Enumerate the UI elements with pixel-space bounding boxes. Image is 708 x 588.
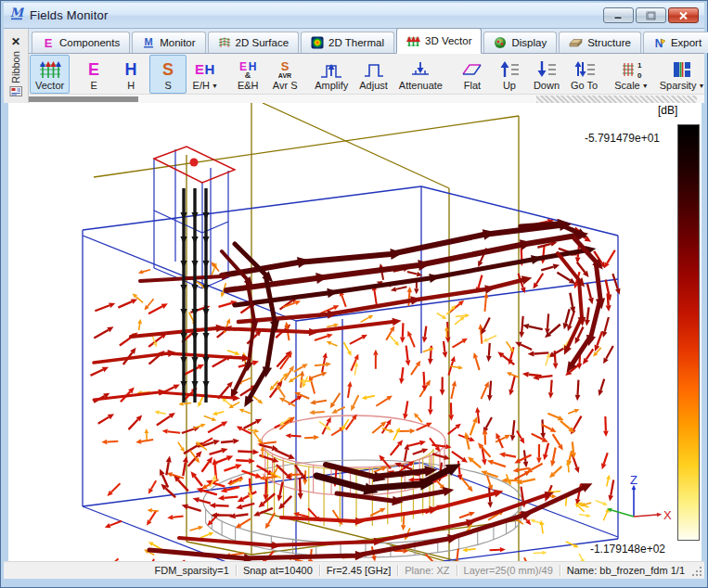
status-field: FDM_sparsity=1: [148, 565, 235, 576]
ribbon-close-button[interactable]: ✕: [6, 32, 27, 51]
components-icon: E: [42, 36, 55, 49]
toolbar-group: Vector: [30, 55, 70, 94]
resize-grip[interactable]: [692, 564, 703, 581]
tab-display[interactable]: Display: [483, 32, 557, 53]
app-window: M Fields Monitor ✕ Ribbon EComponentsMMo…: [0, 0, 708, 588]
port-marker: [190, 159, 199, 167]
toolbar-button-label: Attenuate: [399, 80, 443, 92]
toolbar-button-label: Flat: [464, 80, 481, 92]
toolbar-group: 10Scale▼Sparsity▼: [609, 55, 708, 94]
sparsity-icon: [670, 58, 694, 80]
attenuate-button[interactable]: Attenuate: [393, 55, 448, 94]
toolbar-group: AmplifyAdjustAttenuate: [309, 55, 448, 94]
toolbar-button-label: Vector: [35, 80, 64, 92]
ribbon-toolbar: VectorEEHHSSEHE/H▼EH&E&HSAVRAvr SAmplify…: [29, 54, 704, 94]
toolbar-button-label: H: [127, 80, 135, 92]
svg-text:S: S: [162, 60, 174, 79]
surface-2d-icon: [218, 36, 231, 49]
toolbar-button-label: Sparsity▼: [660, 80, 705, 92]
minimize-icon: [613, 11, 624, 20]
status-field: Snap at=10400: [236, 565, 319, 576]
chevron-down-icon: ▼: [698, 80, 704, 92]
vector-field-canvas[interactable]: ZX: [8, 103, 702, 561]
ribbon-scroll-track[interactable]: [29, 94, 704, 103]
flat-button[interactable]: Flat: [454, 55, 491, 94]
s-button[interactable]: SS: [149, 55, 187, 94]
ribbon-label: Ribbon: [10, 51, 21, 84]
toolbar-button-label: E&H: [238, 80, 259, 92]
maximize-button[interactable]: [636, 7, 666, 23]
tab-monitor[interactable]: MMonitor: [132, 32, 205, 53]
toolbar-button-label: Adjust: [359, 80, 388, 92]
tab-label: Export: [671, 37, 702, 48]
adjust-button[interactable]: Adjust: [354, 55, 393, 94]
tab-label: 2D Surface: [236, 37, 290, 48]
attenuate-icon: [408, 58, 432, 80]
tab-2d-thermal[interactable]: 2D Thermal: [301, 32, 394, 53]
svg-text:E: E: [45, 36, 53, 49]
s-letter-icon: S: [159, 58, 177, 80]
vector-3d-icon: [406, 34, 420, 47]
svg-text:&: &: [245, 70, 251, 80]
port-excitation-arrows: [180, 188, 209, 403]
tab-3d-vector[interactable]: 3D Vector: [396, 28, 483, 54]
maximize-icon: [646, 11, 656, 20]
svg-text:E: E: [195, 61, 204, 77]
svg-text:M: M: [145, 36, 153, 47]
e-h-button[interactable]: EH&E&H: [229, 55, 266, 94]
vector-button[interactable]: Vector: [30, 55, 70, 94]
vector-field-icon: [38, 58, 62, 80]
svg-text:E: E: [88, 60, 99, 79]
layer-goto-icon: [573, 58, 597, 80]
tab-2d-surface[interactable]: 2D Surface: [208, 32, 300, 53]
viewport: ZX [dB] -5.791479e+01 -1.179148e+02: [8, 103, 702, 561]
toolbar-button-label: Down: [534, 80, 560, 92]
toolbar-button-label: Scale▼: [614, 80, 648, 92]
adjust-icon: [362, 58, 386, 80]
h-button[interactable]: HH: [112, 55, 149, 94]
amplify-button[interactable]: Amplify: [309, 55, 354, 94]
status-bar: FDM_sparsity=1Snap at=10400Fr=2.45 [GHz]…: [4, 561, 704, 579]
minimize-button[interactable]: [603, 7, 634, 23]
go-to-button[interactable]: Go To: [565, 55, 603, 94]
app-icon: M: [9, 6, 24, 25]
monitor-icon: M: [142, 36, 155, 49]
e-h-button[interactable]: EHE/H▼: [187, 55, 224, 94]
tab-label: 2D Thermal: [328, 37, 384, 48]
up-button[interactable]: Up: [491, 55, 528, 94]
avr-s-button[interactable]: SAVRAvr S: [266, 55, 303, 94]
tab-components[interactable]: EComponents: [32, 32, 130, 53]
svg-text:H: H: [125, 60, 137, 79]
colorbar-max-label: -5.791479e+01: [556, 132, 660, 145]
down-button[interactable]: Down: [528, 55, 565, 94]
tab-export[interactable]: NExport: [643, 32, 708, 53]
svg-text:0: 0: [637, 71, 642, 80]
tab-structure[interactable]: Structure: [559, 32, 641, 53]
sparsity-button[interactable]: Sparsity▼: [654, 55, 708, 94]
close-button[interactable]: [668, 7, 699, 23]
svg-text:AVR: AVR: [278, 72, 291, 79]
ribbon-scroll-thumb[interactable]: [29, 96, 138, 102]
x-axis-label: X: [663, 508, 672, 522]
toolbar-group: EH&E&HSAVRAvr S: [229, 55, 303, 94]
scale-button[interactable]: 10Scale▼: [609, 55, 653, 94]
svg-text:S: S: [281, 59, 290, 73]
e-button[interactable]: EE: [75, 55, 112, 94]
ribbon-sidebar: ✕ Ribbon: [4, 29, 29, 103]
title-bar[interactable]: M Fields Monitor: [4, 3, 704, 29]
close-icon: [678, 11, 689, 20]
tab-label: 3D Vector: [425, 35, 472, 46]
amplify-icon: [319, 58, 343, 80]
h-letter-icon: H: [122, 58, 140, 80]
chevron-down-icon: ▼: [212, 80, 218, 92]
ribbon-menu-icon[interactable]: [9, 84, 23, 101]
structure-icon: [569, 36, 583, 49]
layer-up-icon: [497, 58, 521, 80]
e-and-h-icon: EH&: [236, 58, 260, 80]
toolbar-button-label: Up: [503, 80, 516, 92]
flat-plane-icon: [460, 58, 484, 80]
status-field: Fr=2.45 [GHz]: [319, 565, 397, 576]
svg-text:H: H: [205, 61, 215, 77]
thermal-2d-icon: [311, 36, 324, 49]
toolbar-button-label: E/H▼: [193, 80, 218, 92]
